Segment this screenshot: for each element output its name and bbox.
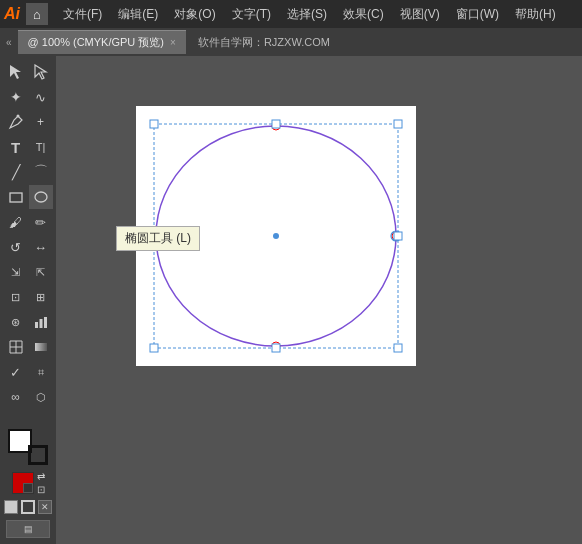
collapse-button[interactable]: « [4, 35, 14, 50]
lasso-tool[interactable]: ∿ [29, 85, 53, 109]
svg-marker-0 [10, 65, 21, 79]
tool-row-14: ∞ ⬡ [4, 385, 53, 409]
svg-rect-24 [394, 344, 402, 352]
color-section: ⇄ ⊡ ✕ ▤ [4, 429, 52, 544]
menu-help[interactable]: 帮助(H) [508, 4, 563, 25]
gradient-tool[interactable] [29, 335, 53, 359]
tool-row-8: ↺ ↔ [4, 235, 53, 259]
paintbrush-tool[interactable]: 🖌 [4, 210, 28, 234]
magic-wand-tool[interactable]: ✦ [4, 85, 28, 109]
svg-rect-23 [272, 344, 280, 352]
menu-type[interactable]: 文字(T) [225, 4, 278, 25]
svg-point-4 [35, 192, 47, 202]
rectangle-tool[interactable] [4, 185, 28, 209]
pencil-tool[interactable]: ✏ [29, 210, 53, 234]
svg-rect-22 [150, 344, 158, 352]
svg-rect-17 [150, 120, 158, 128]
gradient-mode-btn[interactable] [21, 500, 35, 514]
scale-tool[interactable]: ⇲ [4, 260, 28, 284]
reflect-tool[interactable]: ↔ [29, 235, 53, 259]
pen-tool[interactable] [4, 110, 28, 134]
tab-close-button[interactable]: × [170, 37, 176, 48]
tool-row-10: ⊡ ⊞ [4, 285, 53, 309]
mesh-tool[interactable] [4, 335, 28, 359]
column-graph-tool[interactable] [29, 310, 53, 334]
measure-tool[interactable]: ⌗ [29, 360, 53, 384]
ellipse-tool[interactable] [29, 185, 53, 209]
drawing-canvas [136, 106, 416, 366]
width-tool[interactable]: ⊡ [4, 285, 28, 309]
live-paint-tool[interactable]: ⬡ [29, 385, 53, 409]
document-tab[interactable]: @ 100% (CMYK/GPU 预览) × [18, 30, 186, 54]
tool-row-12 [4, 335, 53, 359]
none-mode-btn[interactable]: ✕ [38, 500, 52, 514]
tool-row-11: ⊛ [4, 310, 53, 334]
menu-select[interactable]: 选择(S) [280, 4, 334, 25]
select-tool[interactable] [4, 60, 28, 84]
stroke-color-box[interactable] [28, 445, 48, 465]
svg-rect-5 [35, 322, 38, 328]
blend-tool[interactable]: ∞ [4, 385, 28, 409]
svg-rect-18 [272, 120, 280, 128]
menu-effect[interactable]: 效果(C) [336, 4, 391, 25]
svg-rect-3 [10, 193, 22, 202]
eyedropper-tool[interactable]: ✓ [4, 360, 28, 384]
canvas-area: 椭圆工具 (L) [56, 56, 582, 544]
screen-mode-btn[interactable]: ▤ [6, 520, 50, 538]
tool-row-13: ✓ ⌗ [4, 360, 53, 384]
tab-label: @ 100% (CMYK/GPU 预览) [28, 35, 164, 50]
svg-marker-1 [35, 65, 46, 79]
tool-row-9: ⇲ ⇱ [4, 260, 53, 284]
main-area: ✦ ∿ + T T| ╱ ⌒ [0, 56, 582, 544]
swap-fill-stroke-icon[interactable]: ⇄ [37, 471, 45, 482]
svg-rect-8 [35, 343, 47, 351]
line-tool[interactable]: ╱ [4, 160, 28, 184]
menu-window[interactable]: 窗口(W) [449, 4, 506, 25]
symbol-sprayer-tool[interactable]: ⊛ [4, 310, 28, 334]
svg-point-2 [16, 115, 19, 118]
menu-bar: Ai ⌂ 文件(F) 编辑(E) 对象(O) 文字(T) 选择(S) 效果(C)… [0, 0, 582, 28]
svg-rect-19 [394, 120, 402, 128]
tab-bar: « @ 100% (CMYK/GPU 预览) × 软件自学网：RJZXW.COM [0, 28, 582, 56]
app-logo: Ai [4, 5, 20, 23]
tab-url: 软件自学网：RJZXW.COM [198, 35, 330, 50]
svg-rect-21 [394, 232, 402, 240]
area-type-tool[interactable]: T| [29, 135, 53, 159]
tool-row-6 [4, 185, 53, 209]
menu-items: 文件(F) 编辑(E) 对象(O) 文字(T) 选择(S) 效果(C) 视图(V… [56, 4, 563, 25]
tool-row-2: ✦ ∿ [4, 85, 53, 109]
type-tool[interactable]: T [4, 135, 28, 159]
menu-object[interactable]: 对象(O) [167, 4, 222, 25]
tool-row-5: ╱ ⌒ [4, 160, 53, 184]
left-toolbar: ✦ ∿ + T T| ╱ ⌒ [0, 56, 56, 544]
tool-row-1 [4, 60, 53, 84]
svg-rect-6 [39, 319, 42, 328]
tool-row-7: 🖌 ✏ [4, 210, 53, 234]
menu-edit[interactable]: 编辑(E) [111, 4, 165, 25]
color-indicator[interactable] [12, 472, 34, 494]
rotate-tool[interactable]: ↺ [4, 235, 28, 259]
menu-view[interactable]: 视图(V) [393, 4, 447, 25]
default-color-icon[interactable]: ⊡ [37, 484, 45, 495]
direct-select-tool[interactable] [29, 60, 53, 84]
shear-tool[interactable]: ⇱ [29, 260, 53, 284]
menu-file[interactable]: 文件(F) [56, 4, 109, 25]
svg-point-15 [273, 233, 279, 239]
color-mode-btn[interactable] [4, 500, 18, 514]
anchor-point-tool[interactable]: + [29, 110, 53, 134]
home-button[interactable]: ⌂ [26, 3, 48, 25]
svg-rect-7 [44, 317, 47, 328]
tool-row-3: + [4, 110, 53, 134]
tool-row-4: T T| [4, 135, 53, 159]
artboard [136, 106, 416, 366]
free-transform-tool[interactable]: ⊞ [29, 285, 53, 309]
svg-rect-20 [150, 232, 158, 240]
arc-tool[interactable]: ⌒ [29, 160, 53, 184]
